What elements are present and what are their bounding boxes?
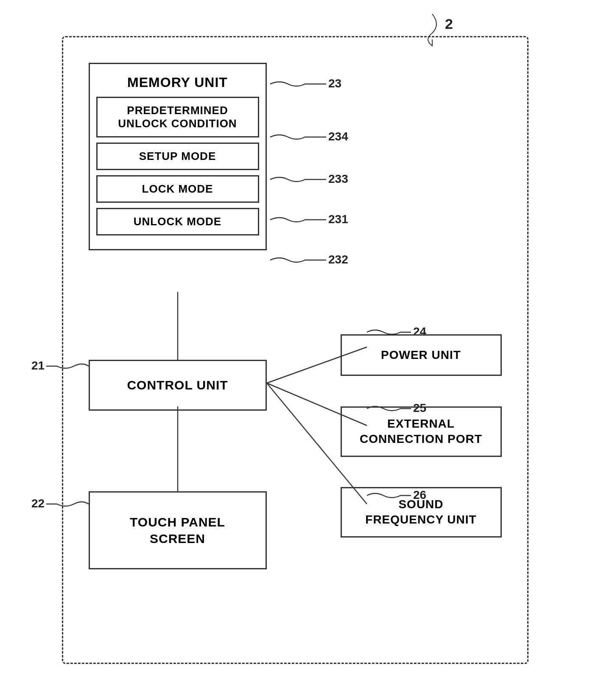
ref-23-label: 23 bbox=[328, 77, 341, 90]
main-ref-label: 2 bbox=[445, 16, 453, 32]
touch-panel-label: TOUCH PANELSCREEN bbox=[130, 515, 225, 546]
predetermined-unlock-box: PREDETERMINEDUNLOCK CONDITION bbox=[96, 97, 259, 137]
ref-233-label: 233 bbox=[328, 172, 348, 185]
ext-conn-box: EXTERNALCONNECTION PORT bbox=[341, 406, 502, 457]
predetermined-unlock-label: PREDETERMINEDUNLOCK CONDITION bbox=[118, 104, 237, 130]
setup-mode-label: SETUP MODE bbox=[139, 150, 216, 162]
power-unit-box: POWER UNIT bbox=[341, 334, 502, 376]
touch-panel-box: TOUCH PANELSCREEN bbox=[89, 491, 267, 569]
control-unit-box: CONTROL UNIT bbox=[89, 360, 267, 411]
control-unit-label: CONTROL UNIT bbox=[127, 378, 228, 392]
power-unit-label: POWER UNIT bbox=[381, 348, 461, 361]
sound-freq-box: SOUNDFREQUENCY UNIT bbox=[341, 487, 502, 538]
lock-mode-box: LOCK MODE bbox=[96, 175, 259, 203]
ref-231-label: 231 bbox=[328, 213, 348, 226]
unlock-mode-label: UNLOCK MODE bbox=[134, 215, 221, 228]
page-wrapper: 2 23 234 233 231 232 24 25 bbox=[0, 0, 590, 700]
memory-unit-title: MEMORY UNIT bbox=[96, 70, 259, 97]
lock-mode-label: LOCK MODE bbox=[142, 182, 213, 195]
ref-232-label: 232 bbox=[328, 253, 348, 266]
outer-box: 2 23 234 233 231 232 24 25 bbox=[62, 36, 528, 664]
setup-mode-box: SETUP MODE bbox=[96, 143, 259, 170]
memory-unit-box: MEMORY UNIT PREDETERMINEDUNLOCK CONDITIO… bbox=[89, 63, 267, 250]
sound-freq-label: SOUNDFREQUENCY UNIT bbox=[365, 498, 476, 526]
unlock-mode-box: UNLOCK MODE bbox=[96, 208, 259, 235]
ext-conn-label: EXTERNALCONNECTION PORT bbox=[360, 417, 482, 445]
ref-22-label: 22 bbox=[31, 497, 45, 510]
ref-234-label: 234 bbox=[328, 130, 348, 143]
ref-21-label: 21 bbox=[31, 359, 45, 372]
